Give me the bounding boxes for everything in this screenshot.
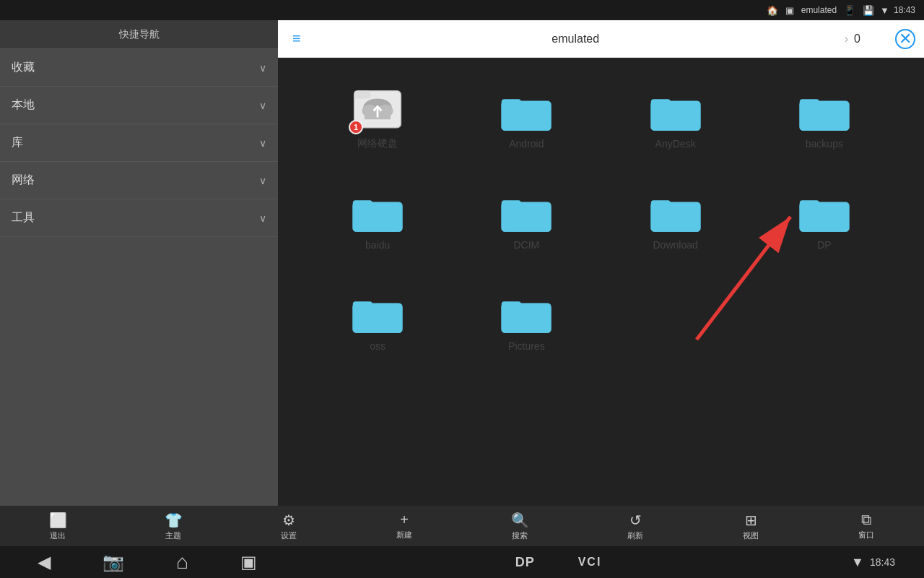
toolbar-icon-theme: 👕 [165,512,183,529]
current-path: emulated [313,33,839,46]
toolbar-icon-search: 🔍 [511,512,529,529]
svg-rect-22 [353,204,402,232]
local-label-status: emulated [801,5,837,15]
wifi-icon: ▼ [880,5,889,16]
file-header: ≡ emulated › 0 ✕ [278,20,924,58]
file-item-oss[interactable]: oss [307,275,448,368]
toolbar-btn-settings[interactable]: ⚙ 设置 [231,506,346,546]
folder-icon-dp [798,190,850,233]
sidebar-chevron-favorites: ∨ [259,62,266,74]
file-item-dp[interactable]: DP [754,173,895,267]
folder-icon-oss [352,291,404,335]
file-item-download[interactable]: Download [605,173,746,267]
file-item-android[interactable]: Android [456,72,597,166]
toolbar-icon-new: + [400,512,409,528]
svg-rect-26 [502,204,551,232]
folder-icon-download [650,190,702,233]
svg-rect-10 [502,103,551,131]
status-time: 18:43 [894,5,915,15]
svg-rect-14 [650,103,699,131]
sidebar-label-library: 库 [12,135,23,150]
file-item-network-drive[interactable]: 1 网络硬盘 [307,72,448,166]
file-label-network-drive: 网络硬盘 [357,137,398,150]
sidebar-item-favorites[interactable]: 收藏 ∨ [0,49,278,87]
vci-logo: VCI [578,556,602,569]
file-item-backups[interactable]: backups [754,72,895,166]
svg-rect-34 [800,204,849,232]
toolbar-btn-exit[interactable]: ⬜ 退出 [0,506,116,546]
file-label-dcim: DCIM [513,239,539,251]
hamburger-button[interactable]: ≡ [287,27,307,50]
toolbar-icon-settings: ⚙ [282,512,295,529]
sidebar-item-network[interactable]: 网络 ∨ [0,162,278,199]
sidebar-item-library[interactable]: 库 ∨ [0,124,278,162]
toolbar-label-view: 视图 [743,530,759,541]
file-area-wrapper: ≡ emulated › 0 ✕ [278,20,924,506]
toolbar-icon-view: ⊞ [745,512,757,529]
toolbar-icon-exit: ⬜ [49,512,67,529]
file-label-baidu: baidu [365,239,390,251]
status-right: ▼ 18:43 [880,5,915,16]
recent-button[interactable]: ▣ [232,549,266,575]
sidebar-label-favorites: 收藏 [12,60,35,75]
toolbar-label-theme: 主题 [165,530,181,541]
svg-rect-42 [502,305,551,333]
file-grid: 1 网络硬盘 Android AnyDesk [278,58,924,506]
toolbar-btn-search[interactable]: 🔍 搜索 [462,506,578,546]
toolbar-btn-refresh[interactable]: ↺ 刷新 [578,506,693,546]
folder-icon-anydesk [650,89,702,132]
toolbar-label-settings: 设置 [281,530,297,541]
sd-status-icon: 💾 [863,5,874,16]
nav-time: 18:43 [870,556,895,568]
sidebar-label-network: 网络 [12,173,35,188]
file-item-anydesk[interactable]: AnyDesk [605,72,746,166]
folder-icon-pictures [500,291,552,335]
phone-status-icon: 📱 [844,5,855,16]
toolbar-label-new: 新建 [396,530,412,540]
file-label-backups: backups [806,138,843,150]
file-label-anydesk: AnyDesk [655,138,696,150]
sidebar-label-tools: 工具 [12,210,35,225]
toolbar-btn-new[interactable]: + 新建 [346,506,462,546]
toolbar: ⬜ 退出 👕 主题 ⚙ 设置 + 新建 🔍 搜索 ↺ 刷新 ⊞ 视图 ⧉ 窗口 [0,506,924,546]
sidebar-chevron-local: ∨ [259,100,266,111]
toolbar-label-exit: 退出 [50,530,66,541]
close-button[interactable]: ✕ [895,29,915,49]
camera-button[interactable]: 📷 [94,549,133,575]
status-bar: 🏠 ▣ emulated 📱 💾 ▼ 18:43 [0,0,924,20]
file-label-android: Android [509,138,544,150]
network-icon-wrapper: 1 [352,88,404,131]
sidebar-chevron-library: ∨ [259,137,266,149]
sidebar-header: 快捷导航 [0,20,278,49]
nav-center-logos: DP VCI [515,555,602,570]
sidebar-item-tools[interactable]: 工具 ∨ [0,199,278,237]
wifi-nav-icon: ▼ [851,555,864,570]
file-label-oss: oss [370,340,385,352]
sidebar-chevron-network: ∨ [259,175,266,186]
folder-icon-backups [798,89,850,132]
file-label-pictures: Pictures [508,340,545,352]
back-button[interactable]: ◀ [29,549,59,575]
file-item-pictures[interactable]: Pictures [456,275,597,368]
sidebar-chevron-tools: ∨ [259,212,266,224]
home-button[interactable]: ⌂ [167,548,197,577]
toolbar-btn-view[interactable]: ⊞ 视图 [693,506,808,546]
file-item-dcim[interactable]: DCIM [456,173,597,267]
folder-icon-dcim [500,190,552,233]
svg-rect-30 [650,204,699,232]
file-count: 0 [854,33,860,46]
file-label-download: Download [653,239,697,251]
toolbar-btn-window[interactable]: ⧉ 窗口 [808,506,924,546]
toolbar-btn-theme[interactable]: 👕 主题 [116,506,231,546]
folder-icon-baidu [352,190,404,233]
toolbar-icon-refresh: ↺ [629,512,642,529]
file-item-baidu[interactable]: baidu [307,173,448,267]
sidebar-item-local[interactable]: 本地 ∨ [0,87,278,124]
dp-logo: DP [515,555,535,570]
sidebar: 快捷导航 收藏 ∨ 本地 ∨ 库 ∨ 网络 ∨ 工具 ∨ [0,20,278,506]
svg-rect-18 [800,103,849,131]
toolbar-label-refresh: 刷新 [627,530,643,541]
file-label-dp: DP [817,239,831,251]
network-badge: 1 [349,120,363,134]
nav-bar: ◀ 📷 ⌂ ▣ DP VCI ▼ 18:43 [0,546,924,578]
